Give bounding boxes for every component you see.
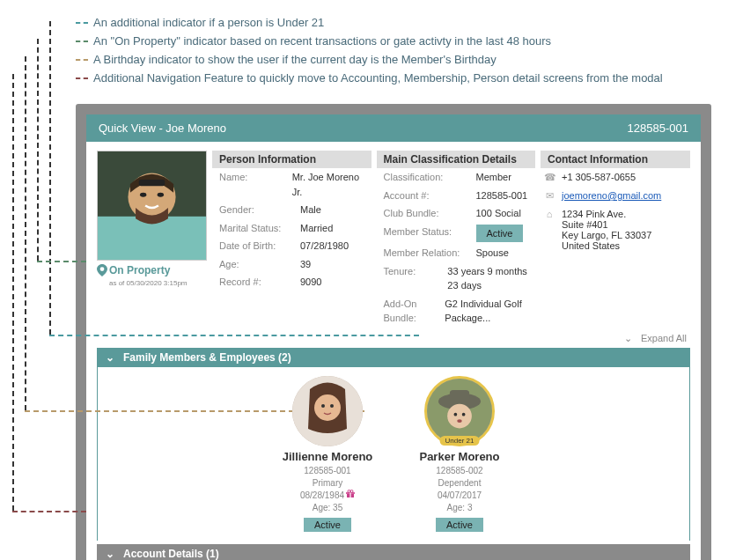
photo-column: On Property as of 05/30/2020 3:15pm xyxy=(97,151,207,328)
chevron-down-icon: ⌄ xyxy=(106,351,114,364)
relation-label: Member Relation: xyxy=(384,246,476,261)
account-details-bar[interactable]: ⌄ Account Details (1) xyxy=(97,544,690,561)
quick-view-modal: Quick View - Joe Moreno 128585-001 xyxy=(76,104,711,560)
contact-email-link[interactable]: joemoreno@gmail.com xyxy=(562,190,661,201)
status-label: Member Status: xyxy=(384,225,476,243)
family-dob: 08/28/1984 xyxy=(300,490,344,502)
annotation-birthday: A Birthday indicator to show the user if… xyxy=(76,53,743,66)
status-badge: Active xyxy=(304,518,351,532)
family-age: Age: 3 xyxy=(407,502,512,514)
svg-rect-17 xyxy=(450,389,469,401)
family-account: 128585-002 xyxy=(407,465,512,477)
family-card[interactable]: Under 21 Parker Moreno 128585-002 Depend… xyxy=(407,376,512,532)
age-label: Age: xyxy=(219,257,300,272)
on-property-label: On Property xyxy=(109,264,170,276)
svg-point-4 xyxy=(158,193,164,197)
member-photo xyxy=(97,151,207,261)
name-label: Name: xyxy=(219,170,292,199)
class-value: Member xyxy=(476,170,511,185)
gender-value: Male xyxy=(300,203,321,217)
gender-label: Gender: xyxy=(219,203,300,217)
family-card[interactable]: Jillienne Moreno 128585-001 Primary 08/2… xyxy=(275,376,380,532)
contact-header: Contact Information xyxy=(541,151,690,168)
age-value: 39 xyxy=(300,257,311,272)
svg-point-14 xyxy=(350,490,353,492)
svg-point-21 xyxy=(457,419,462,423)
modal-title: Quick View - Joe Moreno xyxy=(99,122,226,135)
modal-account-number: 128585-001 xyxy=(628,122,688,135)
avatar: Under 21 xyxy=(424,376,495,446)
family-role: Primary xyxy=(275,477,380,490)
contact-phone: +1 305-587-0655 xyxy=(562,172,636,182)
dob-label: Date of Birth: xyxy=(219,239,300,254)
svg-rect-5 xyxy=(139,180,166,186)
family-name: Parker Moreno xyxy=(407,450,512,463)
chevron-down-icon: ⌄ xyxy=(624,333,632,343)
annotation-nav: Additional Navigation Feature to quickly… xyxy=(76,71,743,85)
birthday-gift-icon xyxy=(346,490,355,502)
location-pin-icon xyxy=(97,264,107,279)
account-bar-label: Account Details (1) xyxy=(123,548,219,560)
family-role: Dependent xyxy=(407,477,512,490)
marital-value: Married xyxy=(300,221,333,236)
annotation-under21: An additional indicator if a person is U… xyxy=(76,16,743,29)
bundle-label: Club Bundle: xyxy=(384,206,476,221)
svg-point-3 xyxy=(140,193,146,197)
contact-address: 1234 Pink Ave. Suite #401 Key Largo, FL … xyxy=(562,209,651,251)
status-badge: Active xyxy=(476,225,524,243)
email-icon: ✉ xyxy=(544,190,555,202)
home-icon: ⌂ xyxy=(544,209,555,219)
family-age: Age: 35 xyxy=(275,502,380,514)
svg-point-9 xyxy=(330,404,334,408)
status-badge: Active xyxy=(436,518,483,532)
on-property-indicator: On Property xyxy=(97,264,207,279)
family-account: 128585-001 xyxy=(275,465,380,477)
avatar xyxy=(292,376,363,446)
family-panel: Jillienne Moreno 128585-001 Primary 08/2… xyxy=(97,367,690,541)
under-21-badge: Under 21 xyxy=(440,436,480,446)
dob-value: 07/28/1980 xyxy=(300,239,349,254)
acct-label: Account #: xyxy=(384,188,476,203)
relation-value: Spouse xyxy=(476,246,509,261)
contact-section: Contact Information ☎ +1 305-587-0655 ✉ … xyxy=(541,151,690,328)
phone-icon: ☎ xyxy=(544,172,555,183)
marital-label: Marital Status: xyxy=(219,221,300,236)
avatar-placeholder-icon xyxy=(98,151,206,260)
svg-point-20 xyxy=(462,412,466,416)
addon-label: Add-On Bundle: xyxy=(384,297,445,326)
svg-point-18 xyxy=(447,403,472,428)
classification-header: Main Classification Details xyxy=(377,151,536,168)
expand-all-toggle[interactable]: ⌄Expand All xyxy=(97,333,687,344)
record-value: 9090 xyxy=(300,275,321,290)
bundle-value: 100 Social xyxy=(476,206,521,221)
annotation-onproperty: An "On Property" indicator based on rece… xyxy=(76,34,743,48)
family-bar-label: Family Members & Employees (2) xyxy=(123,351,291,364)
family-dob: 04/07/2017 xyxy=(407,490,512,502)
svg-point-7 xyxy=(314,394,341,421)
person-info-header: Person Information xyxy=(212,151,372,168)
class-label: Classification: xyxy=(384,170,476,185)
chevron-down-icon: ⌄ xyxy=(106,548,114,560)
svg-rect-12 xyxy=(349,492,351,497)
svg-point-19 xyxy=(454,412,458,416)
annotations-list: An additional indicator if a person is U… xyxy=(0,0,743,97)
classification-section: Main Classification Details Classificati… xyxy=(377,151,536,328)
record-label: Record #: xyxy=(219,275,300,290)
tenure-value: 33 years 9 months 23 days xyxy=(447,264,528,293)
name-value: Mr. Joe Moreno Jr. xyxy=(292,170,364,199)
on-property-timestamp: as of 05/30/2020 3:15pm xyxy=(109,279,207,287)
svg-point-8 xyxy=(321,404,325,408)
person-info-section: Person Information Name:Mr. Joe Moreno J… xyxy=(212,151,372,328)
family-members-bar[interactable]: ⌄ Family Members & Employees (2) xyxy=(97,348,690,367)
addon-value: G2 Individual Golf Package... xyxy=(445,297,528,326)
modal-header: Quick View - Joe Moreno 128585-001 xyxy=(86,114,701,142)
family-name: Jillienne Moreno xyxy=(275,450,380,463)
tenure-label: Tenure: xyxy=(384,264,448,293)
acct-value: 128585-001 xyxy=(476,188,528,203)
